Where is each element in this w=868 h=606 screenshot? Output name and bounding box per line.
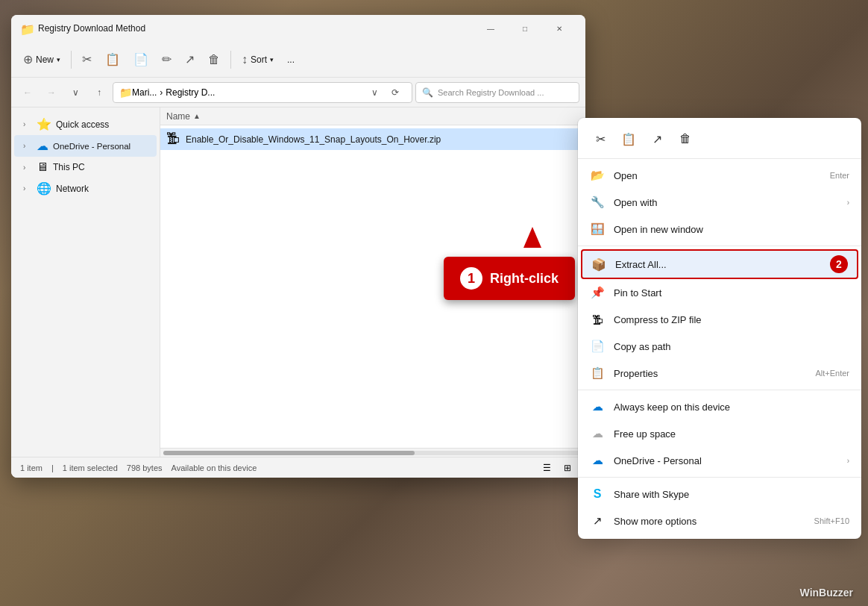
address-input[interactable]: 📁 Mari... › Registry D... ∨ ⟳ [113, 82, 412, 103]
table-row[interactable]: 🗜 Enable_Or_Disable_Windows_11_Snap_Layo… [160, 128, 585, 150]
ctx-pin-start[interactable]: 📌 Pin to Start [578, 279, 861, 306]
ctx-sep-3 [578, 477, 861, 478]
ctx-properties[interactable]: 📋 Properties Alt+Enter [578, 360, 861, 387]
close-button[interactable]: ✕ [542, 17, 576, 40]
paste-icon: 📄 [133, 52, 148, 66]
horizontal-scrollbar[interactable] [160, 448, 585, 457]
ctx-delete-button[interactable]: 🗑 [672, 127, 699, 151]
onedrive-icon: ☁ [37, 139, 48, 153]
delete-icon: 🗑 [208, 53, 220, 66]
dropdown-path-button[interactable]: ∨ [364, 82, 385, 103]
ctx-sep-2 [578, 390, 861, 390]
name-column-label: Name [166, 111, 190, 122]
scrollbar-track [163, 451, 582, 455]
item-sep: | [51, 463, 54, 472]
sort-label: Sort [251, 54, 267, 65]
search-box[interactable]: 🔍 Search Registry Download ... [415, 82, 579, 103]
copy-icon: 📋 [105, 52, 120, 66]
ctx-more-options[interactable]: ↗ Show more options Shift+F10 [578, 507, 861, 534]
ctx-skype-label: Share with Skype [614, 489, 849, 500]
ctx-extract-icon: 📦 [591, 257, 606, 272]
more-button[interactable]: ... [281, 50, 301, 69]
ctx-open-with[interactable]: 🔧 Open with › [578, 189, 861, 216]
file-list: 🗜 Enable_Or_Disable_Windows_11_Snap_Layo… [160, 125, 585, 448]
ctx-more-label: Show more options [614, 516, 808, 527]
ctx-open-icon: 📂 [590, 168, 605, 183]
ctx-skype-icon: S [590, 487, 605, 502]
this-pc-label: This PC [53, 162, 85, 172]
ctx-extract-label: Extract All... [615, 259, 823, 270]
status-bar: 1 item | 1 item selected 798 bytes Avail… [11, 457, 585, 478]
ctx-open-shortcut: Enter [830, 171, 849, 180]
delete-button[interactable]: 🗑 [202, 49, 226, 71]
quick-access-label: Quick access [56, 119, 109, 130]
maximize-button[interactable]: □ [508, 17, 542, 40]
search-placeholder: Search Registry Download ... [438, 88, 544, 97]
network-icon: 🌐 [37, 181, 51, 196]
ctx-open-with-label: Open with [614, 197, 841, 208]
network-label: Network [56, 184, 89, 194]
expand-onedrive-icon: › [23, 142, 32, 150]
up-button[interactable]: ↑ [89, 82, 110, 103]
quick-access-icon: ⭐ [37, 117, 51, 131]
minimize-button[interactable]: — [474, 17, 508, 40]
expand-this-pc-icon: › [23, 163, 32, 172]
copy-button[interactable]: 📋 [99, 48, 126, 71]
sort-icon: ↕ [242, 53, 248, 66]
ctx-share-button[interactable]: ↗ [644, 127, 670, 151]
context-menu: ✂ 📋 ↗ 🗑 📂 Open Enter 🔧 Open with › 🪟 Ope… [578, 118, 861, 539]
sort-arrow-icon: ▲ [193, 112, 201, 120]
ctx-onedrive-label: OneDrive - Personal [614, 455, 841, 466]
ctx-keep-device[interactable]: ☁ Always keep on this device [578, 393, 861, 420]
cut-button[interactable]: ✂ [76, 48, 98, 71]
ctx-onedrive[interactable]: ☁ OneDrive - Personal › [578, 447, 861, 474]
back-button[interactable]: ← [17, 82, 38, 103]
title-controls: — □ ✕ [474, 17, 576, 40]
sidebar-item-this-pc[interactable]: › 🖥 This PC [14, 157, 157, 178]
new-button[interactable]: ⊕ New ▾ [17, 48, 66, 71]
rename-icon: ✏ [162, 52, 172, 66]
ctx-copy-button[interactable]: 📋 [615, 127, 642, 151]
ctx-share-skype[interactable]: S Share with Skype [578, 481, 861, 507]
ctx-properties-icon: 📋 [590, 366, 605, 381]
ctx-open-with-chevron-icon: › [847, 199, 849, 207]
ctx-open-new-window[interactable]: 🪟 Open in new window [578, 216, 861, 243]
paste-button[interactable]: 📄 [128, 48, 154, 71]
forward-button[interactable]: → [41, 82, 62, 103]
new-chevron-icon: ▾ [57, 56, 60, 63]
ctx-compress-zip[interactable]: 🗜 Compress to ZIP file [578, 306, 861, 333]
more-label: ... [287, 54, 295, 65]
dropdown-button[interactable]: ∨ [65, 82, 86, 103]
refresh-button[interactable]: ⟳ [385, 82, 406, 103]
ctx-cut-button[interactable]: ✂ [587, 127, 614, 151]
list-view-button[interactable]: ☰ [538, 460, 556, 476]
ctx-properties-shortcut: Alt+Enter [815, 369, 849, 378]
ctx-properties-label: Properties [614, 368, 809, 379]
item-count: 1 item [20, 463, 43, 472]
new-icon: ⊕ [23, 52, 33, 66]
ctx-keep-label: Always keep on this device [614, 402, 849, 413]
ctx-open[interactable]: 📂 Open Enter [578, 162, 861, 189]
address-bar: ← → ∨ ↑ 📁 Mari... › Registry D... ∨ ⟳ 🔍 … [11, 78, 585, 107]
tile-view-button[interactable]: ⊞ [559, 460, 576, 476]
context-menu-icon-bar: ✂ 📋 ↗ 🗑 [578, 122, 861, 159]
ctx-copy-path[interactable]: 📄 Copy as path [578, 333, 861, 360]
sort-button[interactable]: ↕ Sort ▾ [236, 49, 280, 71]
expand-quick-access-icon: › [23, 120, 32, 128]
ctx-copy-path-icon: 📄 [590, 339, 605, 354]
ctx-free-space-icon: ☁ [590, 426, 605, 441]
share-button[interactable]: ↗ [179, 48, 201, 71]
badge-number-2: 2 [830, 255, 848, 273]
ctx-open-with-icon: 🔧 [590, 195, 605, 210]
ctx-extract-all[interactable]: 📦 Extract All... 2 [581, 249, 858, 279]
ctx-free-space[interactable]: ☁ Free up space [578, 420, 861, 447]
sidebar-item-onedrive[interactable]: › ☁ OneDrive - Personal [14, 135, 157, 157]
name-column-header: Name ▲ [166, 111, 201, 122]
sidebar-item-network[interactable]: › 🌐 Network [14, 178, 157, 199]
ctx-compress-label: Compress to ZIP file [614, 314, 849, 325]
sidebar-item-quick-access[interactable]: › ⭐ Quick access [14, 113, 157, 135]
path-folder: Registry D... [166, 87, 215, 98]
ctx-open-new-icon: 🪟 [590, 222, 605, 237]
rename-button[interactable]: ✏ [156, 48, 177, 71]
ctx-keep-icon: ☁ [590, 399, 605, 414]
